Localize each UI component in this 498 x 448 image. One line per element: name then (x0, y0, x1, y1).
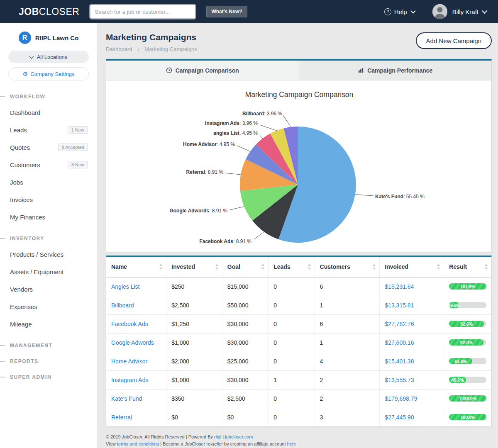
goal-cell: $50,000 (222, 296, 268, 314)
sidebar-item-products-services[interactable]: Products / Services (0, 246, 97, 263)
column-header-leads[interactable]: Leads (269, 257, 315, 277)
table-row: Instagram Ads $1,000 $30,000 1 2 $13,555… (106, 370, 491, 389)
sort-icon[interactable] (215, 264, 219, 270)
user-menu[interactable]: Billy Kraft (452, 8, 486, 15)
sidebar-section-reports[interactable]: REPORTS (0, 358, 97, 364)
locations-dropdown[interactable]: All Locations (8, 51, 89, 63)
column-header-name[interactable]: Name (106, 257, 166, 277)
table-row: Kate's Fund $350 $2,500 0 2 $179,698.79 … (106, 389, 491, 408)
invoiced-link[interactable]: $179,698.79 (385, 395, 417, 402)
goal-cell: $30,000 (222, 333, 268, 352)
company-switcher[interactable]: R RIIPL Lawn Co (8, 32, 89, 44)
result-progress-bar: 92.6% (449, 321, 486, 327)
breadcrumb: Dashboard › Marketing Campaigns (106, 46, 197, 52)
sidebar-item-expenses[interactable]: Expenses (0, 298, 97, 315)
slice-label: Referral: 8.91 % (186, 169, 224, 175)
label-leader-line (259, 135, 263, 139)
campaign-name-link[interactable]: Billboard (111, 302, 134, 309)
campaign-name-link[interactable]: Kate's Fund (111, 395, 142, 402)
footer-line-2: View terms and conditions | Become a Job… (106, 441, 492, 448)
sidebar-item-vendors[interactable]: Vendors (0, 280, 97, 298)
sidebar-item-customers[interactable]: Customers 3 New (0, 156, 97, 173)
slice-label: Billboard: 3.96 % (242, 111, 282, 117)
invoiced-link[interactable]: $13,555.73 (385, 377, 414, 383)
status-badge: 1 New (68, 126, 88, 134)
chart-card: Campaign Comparison Campaign Performance… (106, 59, 492, 252)
campaign-name-link[interactable]: Angies List (111, 283, 139, 290)
app-logo[interactable]: JOBCLOSER (19, 6, 79, 17)
main-content: Marketing Campaigns Dashboard › Marketin… (98, 23, 498, 448)
invoiced-link[interactable]: $15,231.64 (385, 283, 414, 290)
sort-icon[interactable] (159, 264, 163, 270)
item-label: Assets / Equipment (10, 268, 63, 275)
item-label: Quotes (10, 144, 30, 151)
campaign-name-link[interactable]: Google Adwords (111, 339, 154, 346)
sidebar-item-leads[interactable]: Leads 1 New (0, 121, 97, 139)
slice-label: Google Adwords: 8.91 % (169, 208, 227, 214)
tab-label: Campaign Performance (367, 67, 432, 74)
add-new-campaign-button[interactable]: Add New Campaign (416, 32, 492, 49)
breadcrumb-dashboard[interactable]: Dashboard (106, 46, 132, 52)
company-settings-button[interactable]: ⚙ Company Settings (8, 67, 89, 80)
tab-campaign-performance[interactable]: Campaign Performance (299, 61, 492, 80)
sidebar-section-management[interactable]: MANAGEMENT (0, 343, 97, 348)
column-header-goal[interactable]: Goal (222, 257, 268, 277)
invoiced-link[interactable]: $27,782.76 (385, 321, 414, 327)
affiliate-here-link[interactable]: here (287, 441, 296, 446)
sidebar-section-super-admin[interactable]: SUPER ADMIN (0, 374, 97, 380)
customers-cell: 2 (315, 370, 380, 389)
column-header-result[interactable]: Result (444, 257, 491, 277)
campaigns-table-card: NameInvestedGoalLeadsCustomersInvoicedRe… (106, 256, 492, 427)
sidebar-item-invoices[interactable]: Invoices (0, 191, 97, 208)
pie-chart-area: Marketing Campaign Comparison Kate's Fun… (106, 80, 491, 252)
result-label: 92.6% (460, 321, 473, 326)
jobcloser-link[interactable]: jobcloser.com (225, 434, 253, 439)
footer-text: View (106, 441, 117, 446)
invoiced-link[interactable]: $27,600.16 (385, 339, 414, 346)
column-header-invested[interactable]: Invested (166, 257, 222, 277)
sort-icon[interactable] (437, 264, 440, 270)
item-label: Invoices (10, 196, 33, 203)
goal-cell: $30,000 (222, 370, 268, 389)
item-label: Expenses (10, 303, 37, 310)
sidebar-item-my-finances[interactable]: My Finances (0, 208, 97, 226)
campaign-name-link[interactable]: Facebook Ads (111, 321, 148, 327)
sidebar-section-inventory[interactable]: INVENTORY (0, 236, 97, 241)
invoiced-link[interactable]: $15,401.38 (385, 358, 414, 365)
riipl-link[interactable]: riipl (214, 434, 221, 439)
invoiced-link[interactable]: $27,445.90 (385, 414, 414, 421)
breadcrumb-current: Marketing Campaigns (144, 46, 197, 52)
tab-campaign-comparison[interactable]: Campaign Comparison (106, 61, 299, 80)
invoiced-link[interactable]: $13,315.81 (385, 302, 414, 309)
sidebar-item-assets-equipment[interactable]: Assets / Equipment (0, 263, 97, 280)
campaign-name-link[interactable]: Instagram Ads (111, 377, 149, 383)
sidebar-item-dashboard[interactable]: Dashboard (0, 104, 97, 121)
top-navbar: JOBCLOSER What's New? ? Help Billy Kraft (0, 0, 498, 23)
status-badge: 8 Accepted (58, 144, 88, 151)
tab-label: Campaign Comparison (176, 67, 239, 74)
sort-icon[interactable] (372, 264, 376, 270)
search-input[interactable] (90, 5, 195, 19)
campaign-name-link[interactable]: Home Advisor (111, 358, 147, 365)
column-header-customers[interactable]: Customers (315, 257, 380, 277)
invested-cell: $250 (166, 277, 222, 296)
breadcrumb-separator: › (137, 46, 139, 52)
whats-new-button[interactable]: What's New? (206, 6, 247, 17)
help-icon: ? (384, 8, 391, 15)
goal-cell: $30,000 (222, 314, 268, 333)
column-header-invoiced[interactable]: Invoiced (380, 257, 444, 277)
sidebar-item-quotes[interactable]: Quotes 8 Accepted (0, 139, 97, 156)
goal-cell: $25,000 (222, 352, 268, 370)
sort-icon[interactable] (484, 264, 488, 270)
result-progress-bar: 45.2% (449, 377, 486, 383)
sidebar: R RIIPL Lawn Co All Locations ⚙ Company … (0, 23, 98, 448)
sort-icon[interactable] (308, 264, 311, 270)
sidebar-item-mileage[interactable]: Mileage (0, 315, 97, 333)
help-menu[interactable]: ? Help (384, 8, 415, 15)
terms-link[interactable]: terms and conditions (117, 441, 159, 446)
sidebar-item-jobs[interactable]: Jobs (0, 173, 97, 191)
sidebar-section-workflow[interactable]: WORKFLOW (0, 94, 97, 100)
campaign-name-link[interactable]: Referral (111, 414, 132, 421)
sort-icon[interactable] (261, 264, 265, 270)
avatar[interactable] (432, 4, 447, 19)
